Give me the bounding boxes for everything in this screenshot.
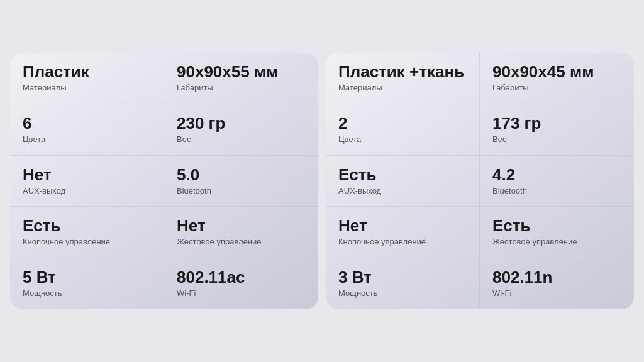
- spec-grid-2: Пластик +ткань Материалы 90х90х45 мм Габ…: [326, 53, 634, 309]
- card2-row4-cell2: Есть Жестовое управление: [480, 207, 634, 258]
- card2-r4c2-label: Жестовое управление: [492, 237, 621, 248]
- card2-row1-cell1: Пластик +ткань Материалы: [326, 53, 480, 104]
- card1-row1-cell2: 90х90х55 мм Габариты: [164, 53, 318, 104]
- card2-r2c1-label: Цвета: [338, 134, 467, 145]
- card2-r2c1-value: 2: [338, 114, 467, 133]
- page-wrapper: Пластик Материалы 90х90х55 мм Габариты 6…: [0, 0, 644, 362]
- card1-r4c2-label: Жестовое управление: [177, 237, 306, 248]
- card1-r4c1-label: Кнопочное управление: [23, 237, 151, 248]
- spec-grid-1: Пластик Материалы 90х90х55 мм Габариты 6…: [10, 53, 318, 309]
- card1-r1c2-value: 90х90х55 мм: [177, 63, 306, 82]
- card1-row4-cell2: Нет Жестовое управление: [164, 207, 318, 258]
- card2-r4c2-value: Есть: [492, 217, 621, 236]
- card1-r4c2-value: Нет: [177, 217, 306, 236]
- card1-row4-cell1: Есть Кнопочное управление: [10, 207, 164, 258]
- card2-r1c1-label: Материалы: [338, 83, 467, 94]
- card1-r3c1-label: AUX-выход: [23, 186, 151, 197]
- card1-row2-cell1: 6 Цвета: [10, 104, 164, 156]
- card2-row1-cell2: 90х90х45 мм Габариты: [480, 53, 634, 104]
- card1-r2c2-value: 230 гр: [177, 114, 306, 133]
- card2-r3c2-label: Bluetooth: [492, 186, 621, 197]
- card1-row3-cell1: Нет AUX-выход: [10, 156, 164, 207]
- card1-r3c2-label: Bluetooth: [177, 186, 306, 197]
- card2-r5c2-value: 802.11n: [492, 268, 621, 287]
- spec-card-2: Пластик +ткань Материалы 90х90х45 мм Габ…: [326, 53, 634, 309]
- card1-r1c1-label: Материалы: [23, 83, 151, 94]
- card2-r3c1-value: Есть: [338, 166, 467, 185]
- card2-r1c2-value: 90х90х45 мм: [492, 63, 621, 82]
- card2-row2-cell1: 2 Цвета: [326, 104, 480, 156]
- card1-r2c1-value: 6: [23, 114, 151, 133]
- card1-r5c2-value: 802.11ac: [177, 268, 306, 287]
- card1-r4c1-value: Есть: [23, 217, 151, 236]
- card2-r3c2-value: 4.2: [492, 166, 621, 185]
- card2-r4c1-value: Нет: [338, 217, 467, 236]
- card1-r3c1-value: Нет: [23, 166, 151, 185]
- card2-row2-cell2: 173 гр Вес: [480, 104, 634, 156]
- card2-r5c2-label: Wi-Fi: [492, 288, 621, 299]
- spec-card-1: Пластик Материалы 90х90х55 мм Габариты 6…: [10, 53, 318, 309]
- card1-row3-cell2: 5.0 Bluetooth: [164, 156, 318, 207]
- card2-r4c1-label: Кнопочное управление: [338, 237, 467, 248]
- card1-r5c2-label: Wi-Fi: [177, 288, 306, 299]
- card2-r1c2-label: Габариты: [492, 83, 621, 94]
- card2-r2c2-value: 173 гр: [492, 114, 621, 133]
- card2-row4-cell1: Нет Кнопочное управление: [326, 207, 480, 258]
- card1-r5c1-label: Мощность: [23, 288, 151, 299]
- card2-r5c1-value: 3 Вт: [338, 268, 467, 287]
- card1-row5-cell1: 5 Вт Мощность: [10, 258, 164, 309]
- card1-r2c1-label: Цвета: [23, 134, 151, 145]
- card2-r1c1-value: Пластик +ткань: [338, 63, 467, 82]
- card2-r3c1-label: AUX-выход: [338, 186, 467, 197]
- card2-r2c2-label: Вес: [492, 134, 621, 145]
- card1-row1-cell1: Пластик Материалы: [10, 53, 164, 104]
- card1-row2-cell2: 230 гр Вес: [164, 104, 318, 156]
- card2-row5-cell1: 3 Вт Мощность: [326, 258, 480, 309]
- card1-r1c1-value: Пластик: [23, 63, 151, 82]
- card1-r3c2-value: 5.0: [177, 166, 306, 185]
- card2-row3-cell1: Есть AUX-выход: [326, 156, 480, 207]
- card1-r1c2-label: Габариты: [177, 83, 306, 94]
- card1-r2c2-label: Вес: [177, 134, 306, 145]
- card1-row5-cell2: 802.11ac Wi-Fi: [164, 258, 318, 309]
- card1-r5c1-value: 5 Вт: [23, 268, 151, 287]
- card2-row5-cell2: 802.11n Wi-Fi: [480, 258, 634, 309]
- card2-r5c1-label: Мощность: [338, 288, 467, 299]
- card2-row3-cell2: 4.2 Bluetooth: [480, 156, 634, 207]
